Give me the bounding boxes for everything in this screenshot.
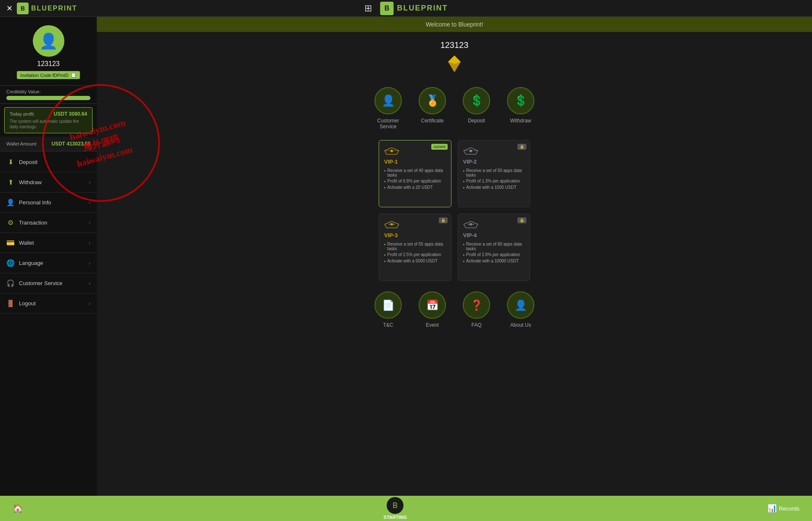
transaction-label: Transaction [19,220,47,226]
deposit-arrow: › [89,159,90,165]
sidebar-item-transaction[interactable]: ⚙ Transaction › [0,213,97,233]
content-username: 123123 [440,40,469,50]
profit-value: USDT 3080.64 [54,111,87,117]
sidebar-item-customer-service[interactable]: 🎧 Customer Service › [0,273,97,294]
sidebar-item-personal-info[interactable]: 👤 Personal Info › [0,193,97,213]
personal-info-label: Personal Info [19,199,51,206]
vip-dot: • [384,242,386,247]
logo-text-small: BLUEPRINT [31,5,77,12]
faq-label: FAQ [471,322,481,328]
user-section: 👤 123123 Invitation Code:fDPmiD 📋 [0,17,97,86]
invitation-code-text: Invitation Code:fDPmiD [20,73,68,78]
event-icon: 📅 [419,291,446,319]
logo-small: B BLUEPRINT [17,3,77,14]
invitation-code-box[interactable]: Invitation Code:fDPmiD 📋 [17,71,80,79]
sidebar-item-language[interactable]: 🌐 Language › [0,253,97,273]
vip-feature: • Activate with a 1500 USDT [463,185,525,190]
vip-card-vip3[interactable]: 🔒 VIP-3 • Receive a set of 55 apps data … [379,214,451,281]
vip-dot: • [384,179,386,184]
quick-action-certificate[interactable]: 🏅 Certificate [419,87,446,130]
vip-card-vip4[interactable]: 🔒 VIP-4 • Receive a set of 60 apps data … [458,214,531,281]
quick-action-customer-service[interactable]: 👤 CustomerService [374,87,402,130]
footer-bar: 🏠 B STARTING 📊 Records [0,496,812,521]
sidebar-item-wallet[interactable]: 💳 Wallet › [0,233,97,253]
sidebar-username: 123123 [37,60,59,68]
svg-point-10 [391,223,393,225]
records-button[interactable]: 📊 Records [767,504,799,513]
credibility-bar-fill [6,96,90,100]
vip-card-vip2[interactable]: 🔒 VIP-2 • Receive a set of 50 apps data … [458,140,531,207]
welcome-banner: Welcome to Blueprint! [97,17,812,32]
top-bar-left: ✕ B BLUEPRINT [6,3,77,14]
about-us-icon: 👤 [507,291,534,319]
vip-title-vip2: VIP-2 [463,159,525,165]
avatar: 👤 [33,25,64,57]
bottom-icon-event[interactable]: 📅 Event [419,291,446,328]
customer-service-circle-icon: 👤 [374,87,402,114]
vip-card-vip1[interactable]: current VIP-1 • Receive a set of 40 apps… [379,140,451,207]
nav-item-left: ⬇ Deposit [6,158,37,166]
deposit-label: Deposit [19,159,37,165]
customer-service-label: Customer Service [19,280,62,286]
starting-label: STARTING [384,515,407,520]
sidebar-item-deposit[interactable]: ⬇ Deposit › [0,152,97,172]
vip-dot: • [463,179,465,184]
sidebar-item-logout[interactable]: 🚪 Logout › [0,294,97,314]
grid-icon[interactable]: ⊞ [364,3,372,14]
vip-emblem-vip1 [384,147,399,155]
starting-button[interactable]: B STARTING [384,497,407,520]
credibility-section: Credibility Value: [0,86,97,104]
certificate-circle-icon: 🏅 [419,87,446,114]
vip-dot: • [384,169,386,173]
svg-point-3 [390,150,393,152]
wallet-arrow: › [89,240,90,246]
close-button[interactable]: ✕ [6,4,13,13]
deposit-label: Deposit [468,118,485,124]
vip-dot: • [463,185,465,190]
logo-icon-large: B [380,2,394,15]
vip-dot: • [463,242,465,247]
profit-row: Today profit: USDT 3080.64 [10,111,87,117]
profit-box: Today profit: USDT 3080.64 The system wi… [4,107,93,133]
vip-feature: • Activate with a 10000 USDT [463,259,525,264]
main-content: 123123 👤 CustomerService 🏅 Certificate 💲… [97,32,812,496]
bottom-icon-tandc[interactable]: 📄 T&C [374,291,402,328]
bottom-icons: 📄 T&C 📅 Event ❓ FAQ 👤 About Us [374,291,534,328]
deposit-circle-icon: 💲 [463,87,490,114]
vip-feature: • Receive a set of 50 apps data tasks [463,168,525,177]
vip-dot: • [384,185,386,190]
transaction-icon: ⚙ [6,219,15,227]
logout-arrow: › [89,301,90,307]
nav-item-left: 🎧 Customer Service [6,279,62,287]
profit-note: The system will automatic update the dai… [10,119,87,130]
language-arrow: › [89,260,90,266]
language-icon: 🌐 [6,259,15,267]
records-icon: 📊 [767,504,777,513]
withdraw-label: Withdraw [19,179,42,185]
event-label: Event [426,322,439,328]
logout-label: Logout [19,300,36,307]
home-button[interactable]: 🏠 [13,503,23,513]
top-bar: ✕ B BLUEPRINT ⊞ B BLUEPRINT [0,0,812,17]
vip-dot: • [463,169,465,173]
bottom-icon-about-us[interactable]: 👤 About Us [507,291,534,328]
copy-icon[interactable]: 📋 [71,72,77,78]
tandc-icon: 📄 [374,291,402,319]
vip-badge-vip2: 🔒 [517,144,526,150]
wallet-row: Wallet Amount: USDT 413023.58 [0,137,97,151]
credibility-label: Credibility Value: [6,89,90,94]
sidebar-item-withdraw[interactable]: ⬆ Withdraw › [0,172,97,193]
tandc-label: T&C [383,322,393,328]
bottom-icon-faq[interactable]: ❓ FAQ [463,291,490,328]
nav-item-left: ⬆ Withdraw [6,178,42,186]
credibility-bar [6,96,90,100]
vip-feature: • Profit of 1.3% per application [463,179,525,184]
nav-item-left: 💳 Wallet [6,239,34,247]
nav-items-container: ⬇ Deposit › ⬆ Withdraw › 👤 Personal Info… [0,152,97,314]
vip-feature: • Profit of 2.8% per application [463,252,525,257]
quick-action-deposit[interactable]: 💲 Deposit [463,87,490,130]
content-user-header: 123123 [440,40,469,79]
vip-title-vip4: VIP-4 [463,232,525,238]
quick-action-withdraw[interactable]: 💲 Withdraw [507,87,534,130]
vip-badge-vip1: current [431,144,447,150]
